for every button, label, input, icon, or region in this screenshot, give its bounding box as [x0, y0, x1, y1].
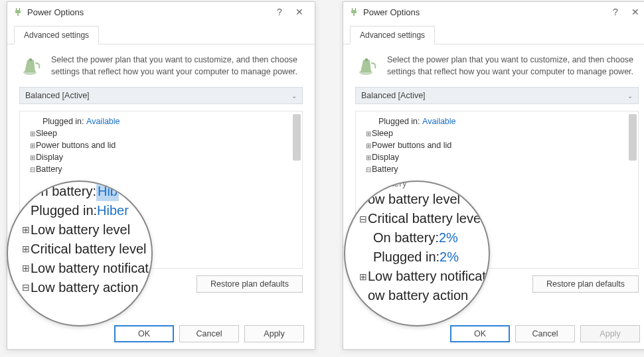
tabbar: Advanced settings: [343, 26, 644, 44]
svg-rect-0: [15, 10, 21, 13]
help-button[interactable]: ?: [270, 4, 289, 20]
collapse-icon[interactable]: ⊟: [29, 166, 36, 173]
help-button[interactable]: ?: [605, 4, 625, 20]
tree-row-battery[interactable]: ⊟Battery: [359, 163, 635, 175]
tab-advanced-settings[interactable]: Advanced settings: [350, 26, 435, 44]
svg-rect-1: [17, 13, 19, 16]
ok-button[interactable]: OK: [114, 325, 174, 342]
svg-point-3: [29, 58, 32, 61]
cancel-button[interactable]: Cancel: [179, 325, 239, 342]
collapse-icon: ⊟: [21, 281, 31, 294]
expand-icon[interactable]: ⊞: [365, 154, 372, 161]
expand-icon[interactable]: ⊞: [29, 130, 36, 137]
power-plug-icon: [13, 7, 23, 17]
expand-icon: ⊞: [21, 261, 31, 275]
svg-point-7: [365, 58, 368, 61]
mag-row-low-battery-action: ow battery action: [359, 286, 486, 305]
tabbar: Advanced settings: [7, 26, 315, 44]
tree-row-sleep[interactable]: ⊞Sleep: [23, 127, 299, 139]
power-plug-icon: [349, 7, 359, 17]
power-plan-select[interactable]: Balanced [Active] ⌄: [355, 87, 639, 104]
mag-row-on-battery: On battery: 2%: [359, 228, 486, 248]
expand-icon[interactable]: ⊞: [29, 154, 36, 161]
chevron-down-icon: ⌄: [627, 92, 633, 100]
expand-icon: ⊞: [21, 223, 31, 236]
tree-row-power-buttons[interactable]: ⊞Power buttons and lid: [23, 139, 299, 151]
tree-row-battery[interactable]: ⊟Battery: [23, 163, 299, 175]
tree-row-plugged-in[interactable]: Plugged in: Available: [359, 115, 635, 127]
expand-icon[interactable]: ⊞: [365, 142, 372, 149]
tree-row-display[interactable]: ⊞Display: [359, 151, 635, 163]
mag-row-low-battery-notification: ⊞Low battery notificat: [21, 259, 149, 278]
tab-advanced-settings[interactable]: Advanced settings: [14, 26, 99, 44]
collapse-icon: ⊟: [359, 212, 368, 226]
scrollbar[interactable]: [629, 114, 637, 161]
description-text: Select the power plan that you want to c…: [387, 54, 639, 78]
expand-icon[interactable]: ⊞: [29, 142, 36, 149]
expand-icon[interactable]: ⊞: [365, 130, 372, 137]
mag-row-low-battery-level: ⊞Low battery level: [21, 220, 149, 240]
mag-row-plugged-in: Plugged in: 2%: [359, 248, 486, 267]
restore-defaults-button[interactable]: Restore plan defaults: [197, 275, 303, 293]
apply-button[interactable]: Apply: [580, 325, 640, 342]
plan-select-value: Balanced [Active]: [361, 91, 426, 100]
power-plan-select[interactable]: Balanced [Active] ⌄: [19, 87, 303, 104]
expand-icon: ⊞: [21, 242, 31, 255]
mag-row-low-battery-notification: ⊞Low battery notificat: [359, 267, 486, 286]
svg-rect-5: [353, 13, 355, 16]
titlebar: Power Options ? ✕: [7, 2, 315, 22]
tree-row-plugged-in[interactable]: Plugged in: Available: [23, 115, 299, 127]
restore-defaults-button[interactable]: Restore plan defaults: [532, 275, 639, 293]
close-button[interactable]: ✕: [625, 4, 644, 20]
magnifier-right: battery ow battery level ⊟Critical batte…: [344, 180, 490, 326]
magnifier-left: On battery: Hib Plugged in: Hiber ⊞Low b…: [7, 180, 153, 326]
scrollbar[interactable]: [293, 114, 301, 161]
apply-button[interactable]: Apply: [244, 325, 304, 342]
titlebar: Power Options ? ✕: [343, 2, 644, 22]
tree-row-power-buttons[interactable]: ⊞Power buttons and lid: [359, 139, 635, 151]
description-text: Select the power plan that you want to c…: [51, 54, 303, 78]
mag-row-critical-battery-level: ⊟Critical battery level: [359, 209, 486, 228]
tree-row-display[interactable]: ⊞Display: [23, 151, 299, 163]
tree-row-sleep[interactable]: ⊞Sleep: [359, 127, 635, 139]
window-title: Power Options: [27, 7, 84, 17]
power-plan-icon: [355, 54, 379, 78]
mag-row-low-battery-action: ⊟Low battery action: [21, 278, 149, 297]
mag-row-plugged-in: Plugged in: Hiber: [21, 201, 149, 220]
svg-rect-4: [351, 10, 357, 13]
ok-button[interactable]: OK: [450, 325, 510, 342]
expand-icon: ⊞: [359, 270, 368, 283]
plan-select-value: Balanced [Active]: [25, 91, 90, 100]
collapse-icon[interactable]: ⊟: [365, 166, 372, 173]
mag-row-critical-battery-level: ⊞Critical battery level: [21, 240, 149, 259]
power-plan-icon: [19, 54, 43, 78]
close-button[interactable]: ✕: [289, 4, 309, 20]
cancel-button[interactable]: Cancel: [515, 325, 575, 342]
chevron-down-icon: ⌄: [291, 92, 297, 100]
window-title: Power Options: [363, 7, 420, 17]
